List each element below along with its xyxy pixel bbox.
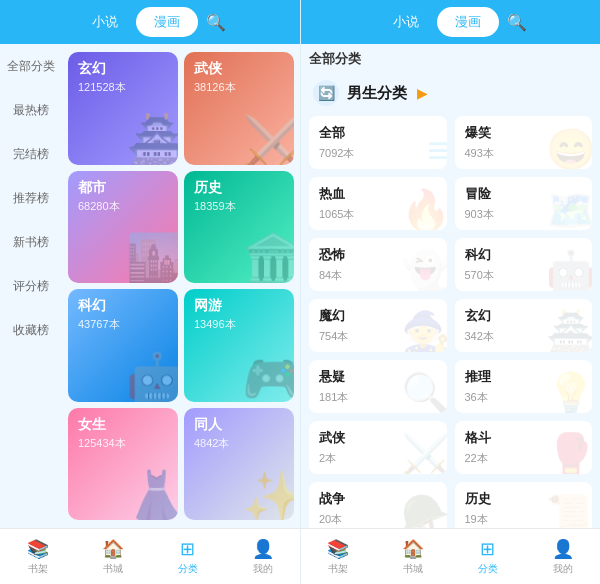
sidebar-item-newbook[interactable]: 新书榜 — [0, 220, 62, 264]
cat-count-tuili: 36本 — [465, 390, 583, 405]
cat-name-kehuan: 科幻 — [465, 246, 583, 264]
right-tab-novel[interactable]: 小说 — [375, 7, 437, 37]
genre-card-nvsheng[interactable]: 女生 125434本 👗 — [68, 408, 178, 521]
genre-title-tongrun: 同人 — [194, 416, 284, 434]
genre-title-kehuan: 科幻 — [78, 297, 168, 315]
cat-cell-gedou[interactable]: 格斗 22本 🥊 — [455, 421, 593, 474]
genre-bg-icon-kehuan: 🤖 — [126, 350, 178, 402]
cat-name-gedou: 格斗 — [465, 429, 583, 447]
cat-count-zhanzheng: 20本 — [319, 512, 437, 527]
genre-count-kehuan: 43767本 — [78, 317, 168, 332]
left-tab-novel[interactable]: 小说 — [74, 7, 136, 37]
genre-card-wuxia[interactable]: 武侠 38126本 ⚔️ — [184, 52, 294, 165]
cat-cell-zhanzheng[interactable]: 战争 20本 🪖 — [309, 482, 447, 528]
right-all-category-label: 全部分类 — [309, 50, 361, 68]
sidebar-item-hot[interactable]: 最热榜 — [0, 88, 62, 132]
cat-count-gedou: 22本 — [465, 451, 583, 466]
left-nav-bookshelf[interactable]: 📚 书架 — [0, 538, 75, 576]
right-nav-category-label: 分类 — [478, 562, 498, 576]
cat-cell-lishi[interactable]: 历史 19本 📜 — [455, 482, 593, 528]
genre-title-wangyou: 网游 — [194, 297, 284, 315]
right-tab-manga[interactable]: 漫画 — [437, 7, 499, 37]
genre-card-kehuan[interactable]: 科幻 43767本 🤖 — [68, 289, 178, 402]
cat-count-rexue: 1065本 — [319, 207, 437, 222]
right-nav-bookstore-label: 书城 — [403, 562, 423, 576]
genre-card-xuanhuan[interactable]: 玄幻 121528本 🏯 — [68, 52, 178, 165]
cat-count-wuxia: 2本 — [319, 451, 437, 466]
category-header-icon: 🔄 — [313, 80, 339, 106]
right-nav-category[interactable]: ⊞ 分类 — [451, 538, 526, 576]
left-nav-category-label: 分类 — [178, 562, 198, 576]
left-panel: 小说 漫画 🔍 全部分类 最热榜 完结榜 推荐榜 新书榜 评分榜 收藏榜 玄幻 … — [0, 0, 300, 584]
left-nav-mine[interactable]: 👤 我的 — [225, 538, 300, 576]
right-category-icon: ⊞ — [480, 538, 495, 560]
category-grid: 全部 7092本 ≡ 爆笑 493本 😄 热血 1065本 🔥 冒险 903本 … — [309, 116, 592, 528]
cat-cell-xuanyi[interactable]: 悬疑 181本 🔍 — [309, 360, 447, 413]
cat-cell-baoxiao[interactable]: 爆笑 493本 😄 — [455, 116, 593, 169]
genre-bg-icon-nvsheng: 👗 — [126, 468, 178, 520]
right-nav-mine[interactable]: 👤 我的 — [525, 538, 600, 576]
genre-title-wuxia: 武侠 — [194, 60, 284, 78]
genre-count-dushi: 68280本 — [78, 199, 168, 214]
cat-name-tuili: 推理 — [465, 368, 583, 386]
cat-name-rexue: 热血 — [319, 185, 437, 203]
genre-card-tongrun[interactable]: 同人 4842本 ✨ — [184, 408, 294, 521]
cat-count-kehuan: 570本 — [465, 268, 583, 283]
right-nav-mine-label: 我的 — [553, 562, 573, 576]
sidebar-item-recommend[interactable]: 推荐榜 — [0, 176, 62, 220]
cat-cell-wuxia[interactable]: 武侠 2本 ⚔️ — [309, 421, 447, 474]
genre-count-xuanhuan: 121528本 — [78, 80, 168, 95]
right-bottom-nav: 📚 书架 🏠 书城 ⊞ 分类 👤 我的 — [301, 528, 600, 584]
genre-card-dushi[interactable]: 都市 68280本 🏙️ — [68, 171, 178, 284]
right-top-bar: 小说 漫画 🔍 — [301, 0, 600, 44]
genre-bg-icon-xuanhuan: 🏯 — [126, 113, 178, 165]
sidebar-item-complete[interactable]: 完结榜 — [0, 132, 62, 176]
genre-count-wangyou: 13496本 — [194, 317, 284, 332]
genre-title-dushi: 都市 — [78, 179, 168, 197]
genre-bg-icon-wangyou: 🎮 — [242, 350, 294, 402]
right-nav-bookshelf[interactable]: 📚 书架 — [301, 538, 376, 576]
left-tab-manga[interactable]: 漫画 — [136, 7, 198, 37]
mine-icon: 👤 — [252, 538, 274, 560]
category-header: 🔄 男生分类 ▶ — [309, 80, 592, 106]
genre-title-xuanhuan: 玄幻 — [78, 60, 168, 78]
sidebar-item-collect[interactable]: 收藏榜 — [0, 308, 62, 352]
left-top-bar: 小说 漫画 🔍 — [0, 0, 300, 44]
left-search-button[interactable]: 🔍 — [206, 13, 226, 32]
genre-card-lishi[interactable]: 历史 18359本 🏛️ — [184, 171, 294, 284]
genre-title-nvsheng: 女生 — [78, 416, 168, 434]
cat-count-all: 7092本 — [319, 146, 437, 161]
cat-cell-kehuan[interactable]: 科幻 570本 🤖 — [455, 238, 593, 291]
right-mine-icon: 👤 — [552, 538, 574, 560]
cat-cell-maoxian[interactable]: 冒险 903本 🗺️ — [455, 177, 593, 230]
genre-title-lishi: 历史 — [194, 179, 284, 197]
right-panel: 小说 漫画 🔍 全部分类 🔄 男生分类 ▶ 全部 7092本 ≡ 爆笑 493本… — [300, 0, 600, 584]
cat-cell-tuili[interactable]: 推理 36本 💡 — [455, 360, 593, 413]
sidebar-item-all[interactable]: 全部分类 — [0, 44, 62, 88]
cat-cell-rexue[interactable]: 热血 1065本 🔥 — [309, 177, 447, 230]
sidebar-item-rating[interactable]: 评分榜 — [0, 264, 62, 308]
cat-name-lishi: 历史 — [465, 490, 583, 508]
cat-cell-mohuan[interactable]: 魔幻 754本 🧙 — [309, 299, 447, 352]
right-nav-bookstore[interactable]: 🏠 书城 — [376, 538, 451, 576]
left-nav-category[interactable]: ⊞ 分类 — [150, 538, 225, 576]
cat-cell-all[interactable]: 全部 7092本 ≡ — [309, 116, 447, 169]
left-bottom-nav: 📚 书架 🏠 书城 ⊞ 分类 👤 我的 — [0, 528, 300, 584]
genre-count-nvsheng: 125434本 — [78, 436, 168, 451]
right-search-button[interactable]: 🔍 — [507, 13, 527, 32]
genre-card-wangyou[interactable]: 网游 13496本 🎮 — [184, 289, 294, 402]
bookstore-icon: 🏠 — [102, 538, 124, 560]
cat-name-all: 全部 — [319, 124, 437, 142]
cat-count-xuanhuan: 342本 — [465, 329, 583, 344]
right-bookshelf-icon: 📚 — [327, 538, 349, 560]
left-nav-bookstore[interactable]: 🏠 书城 — [75, 538, 150, 576]
genre-count-tongrun: 4842本 — [194, 436, 284, 451]
right-nav-bookshelf-label: 书架 — [328, 562, 348, 576]
cat-cell-xuanhuan[interactable]: 玄幻 342本 🏯 — [455, 299, 593, 352]
cat-cell-kongbu[interactable]: 恐怖 84本 👻 — [309, 238, 447, 291]
category-icon: ⊞ — [180, 538, 195, 560]
left-sidebar: 全部分类 最热榜 完结榜 推荐榜 新书榜 评分榜 收藏榜 — [0, 44, 62, 528]
cat-name-mohuan: 魔幻 — [319, 307, 437, 325]
genre-bg-icon-dushi: 🏙️ — [126, 231, 178, 283]
bookshelf-icon: 📚 — [27, 538, 49, 560]
